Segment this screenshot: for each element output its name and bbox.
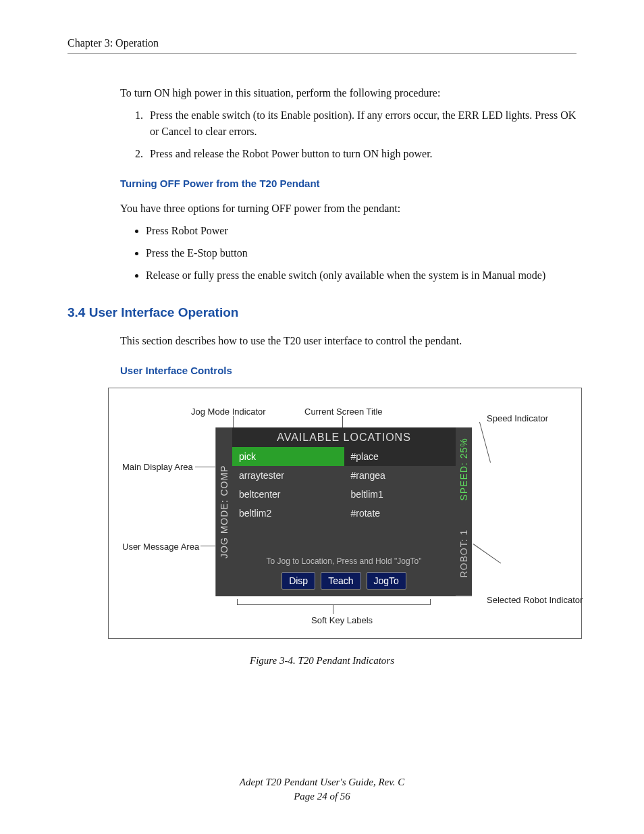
document-page: Chapter 3: Operation To turn ON high pow… — [0, 0, 644, 834]
off-intro: You have three options for turning OFF p… — [120, 201, 576, 216]
heading-ui-controls: User Interface Controls — [120, 363, 576, 378]
heading-turning-off: Turning OFF Power from the T20 Pendant — [120, 176, 576, 191]
location-cell: #rotate — [344, 504, 456, 523]
soft-key-jogto: JogTo — [367, 572, 406, 590]
pendant-center: AVAILABLE LOCATIONS pick #place arraytes… — [232, 427, 456, 596]
location-cell-selected: pick — [232, 447, 344, 466]
header-rule — [68, 53, 576, 54]
jog-mode-indicator: JOG MODE: COMP — [215, 427, 232, 596]
screen-title: AVAILABLE LOCATIONS — [232, 427, 456, 447]
user-message: To Jog to Location, Press and Hold "JogT… — [232, 554, 456, 571]
list-item: Release or fully press the enable switch… — [146, 267, 576, 283]
leader-line — [233, 416, 234, 427]
soft-key-row: Disp Teach JogTo — [232, 572, 456, 596]
location-cell: #place — [344, 447, 456, 466]
leader-line — [342, 416, 343, 427]
list-item: Press the E-Stop button — [146, 245, 576, 261]
label-main-display-area: Main Display Area — [122, 461, 193, 474]
soft-key-bracket — [237, 599, 431, 605]
list-item: Press Robot Power — [146, 223, 576, 238]
leader-line — [473, 544, 502, 563]
pendant-right-column: SPEED: 25% ROBOT: 1 — [456, 427, 472, 596]
location-cell: arraytester — [232, 466, 344, 485]
locations-grid: pick #place arraytester #rangea beltcent… — [232, 447, 456, 554]
soft-key-teach: Teach — [321, 572, 360, 590]
intro-paragraph: To turn ON high power in this situation,… — [120, 85, 576, 101]
off-options-list: Press Robot Power Press the E-Stop butto… — [68, 223, 576, 284]
procedure-step: Press and release the Robot Power button… — [146, 146, 576, 161]
running-header: Chapter 3: Operation — [68, 35, 576, 51]
pendant-screen: JOG MODE: COMP AVAILABLE LOCATIONS pick … — [215, 427, 472, 596]
location-cell: beltlim2 — [232, 504, 344, 523]
page-footer: Adept T20 Pendant User's Guide, Rev. C P… — [0, 775, 644, 805]
label-soft-key-labels: Soft Key Labels — [311, 615, 373, 627]
ui-intro: This section describes how to use the T2… — [120, 333, 576, 348]
location-cell: #rangea — [344, 466, 456, 485]
procedure-list: Press the enable switch (to its Enable p… — [68, 107, 576, 161]
footer-doc-title: Adept T20 Pendant User's Guide, Rev. C — [0, 775, 644, 790]
leader-line — [333, 604, 333, 614]
label-user-message-area: User Message Area — [122, 541, 199, 554]
speed-indicator: SPEED: 25% — [456, 427, 472, 512]
label-selected-robot-indicator: Selected Robot Indicator — [487, 594, 583, 607]
soft-key-disp: Disp — [281, 572, 315, 590]
leader-line — [479, 422, 491, 463]
figure-3-4: Jog Mode Indicator Current Screen Title … — [108, 388, 582, 639]
location-cell: beltlim1 — [344, 485, 456, 504]
figure-caption: Figure 3-4. T20 Pendant Indicators — [68, 654, 576, 669]
label-current-screen-title: Current Screen Title — [304, 406, 383, 419]
footer-page-number: Page 24 of 56 — [0, 789, 644, 804]
heading-ui-operation: 3.4 User Interface Operation — [68, 303, 576, 322]
location-cell: beltcenter — [232, 485, 344, 504]
label-speed-indicator: Speed Indicator — [487, 413, 548, 425]
label-jog-mode-indicator: Jog Mode Indicator — [191, 406, 266, 419]
robot-indicator: ROBOT: 1 — [456, 511, 472, 596]
procedure-step: Press the enable switch (to its Enable p… — [146, 107, 576, 138]
